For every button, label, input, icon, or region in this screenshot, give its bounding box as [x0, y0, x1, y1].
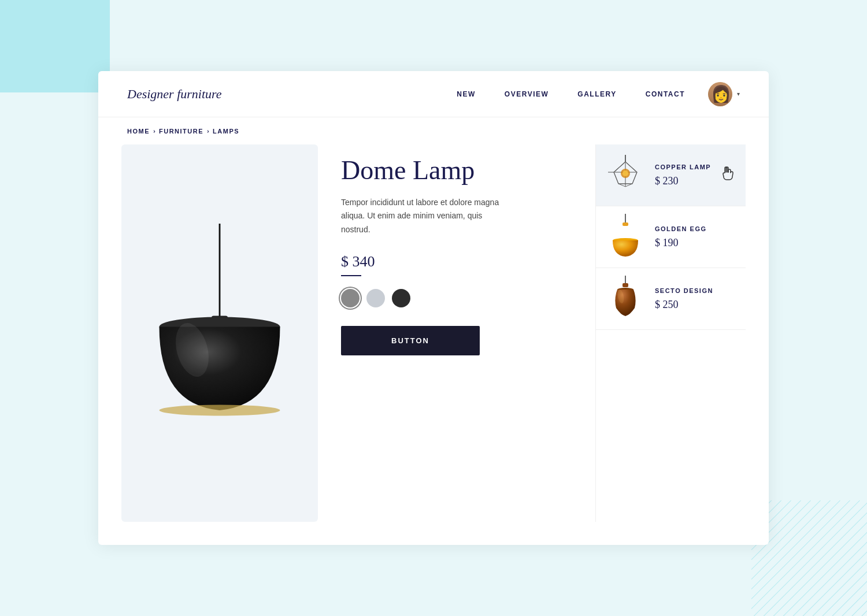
product-details: Dome Lamp Tempor incididunt ut labore et… [335, 144, 578, 522]
svg-line-16 [632, 172, 637, 184]
breadcrumb-sep-2: › [207, 127, 209, 135]
svg-point-12 [623, 170, 628, 176]
related-item-golden-egg[interactable]: GOLDEN EGG $ 190 [596, 206, 746, 268]
color-swatch-dark[interactable] [392, 289, 410, 307]
svg-point-5 [160, 405, 280, 415]
svg-rect-1 [751, 500, 867, 616]
color-swatch-light-gray[interactable] [366, 289, 385, 307]
color-options [341, 289, 566, 307]
main-content: Dome Lamp Tempor incididunt ut labore et… [98, 144, 769, 545]
breadcrumb-sep-1: › [153, 127, 155, 135]
secto-design-info: SECTO DESIGN $ 250 [655, 287, 736, 311]
secto-design-name: SECTO DESIGN [655, 287, 736, 294]
secto-design-price: $ 250 [655, 299, 736, 311]
breadcrumb-lamps[interactable]: LAMPS [213, 128, 239, 135]
nav-new[interactable]: NEW [457, 90, 476, 98]
main-card: Designer furniture NEW OVERVIEW GALLERY … [98, 71, 769, 545]
site-logo: Designer furniture [127, 87, 457, 102]
price-divider [341, 275, 361, 276]
chevron-down-icon: ▾ [737, 91, 740, 97]
golden-egg-price: $ 190 [655, 237, 736, 249]
related-item-copper-lamp[interactable]: COPPER LAMP $ 230 [596, 144, 746, 206]
copper-lamp-price: $ 230 [655, 175, 736, 187]
color-swatch-gray[interactable] [341, 289, 360, 307]
nav-gallery[interactable]: GALLERY [577, 90, 616, 98]
avatar-image [708, 82, 732, 106]
related-item-secto-design[interactable]: SECTO DESIGN $ 250 [596, 268, 746, 330]
copper-lamp-info: COPPER LAMP $ 230 [655, 164, 736, 187]
svg-line-19 [625, 184, 632, 187]
nav-contact[interactable]: CONTACT [646, 90, 685, 98]
header: Designer furniture NEW OVERVIEW GALLERY … [98, 71, 769, 117]
bg-accent-topleft [0, 0, 110, 92]
svg-line-18 [618, 184, 625, 187]
copper-lamp-name: COPPER LAMP [655, 164, 736, 170]
breadcrumb-home[interactable]: HOME [127, 128, 150, 135]
nav-overview[interactable]: OVERVIEW [505, 90, 549, 98]
golden-egg-name: GOLDEN EGG [655, 225, 736, 232]
related-products: COPPER LAMP $ 230 [595, 144, 746, 522]
secto-design-image [605, 279, 646, 319]
user-menu[interactable]: ▾ [708, 82, 740, 106]
golden-egg-info: GOLDEN EGG $ 190 [655, 225, 736, 249]
svg-line-15 [614, 172, 618, 184]
svg-rect-21 [623, 222, 628, 226]
avatar [708, 82, 732, 106]
product-title: Dome Lamp [341, 156, 566, 185]
golden-egg-image [605, 217, 646, 257]
bg-accent-bottomright [751, 500, 867, 616]
dome-lamp-image [139, 224, 301, 443]
buy-button[interactable]: BUTTON [341, 326, 480, 355]
breadcrumb: HOME › FURNITURE › LAMPS [98, 117, 769, 144]
svg-rect-24 [623, 283, 628, 287]
product-description: Tempor incididunt ut labore et dolore ma… [341, 196, 503, 237]
product-price: $ 340 [341, 253, 566, 270]
product-image-area [121, 144, 318, 522]
breadcrumb-furniture[interactable]: FURNITURE [159, 128, 203, 135]
main-nav: NEW OVERVIEW GALLERY CONTACT [457, 90, 685, 98]
copper-lamp-image [605, 155, 646, 195]
